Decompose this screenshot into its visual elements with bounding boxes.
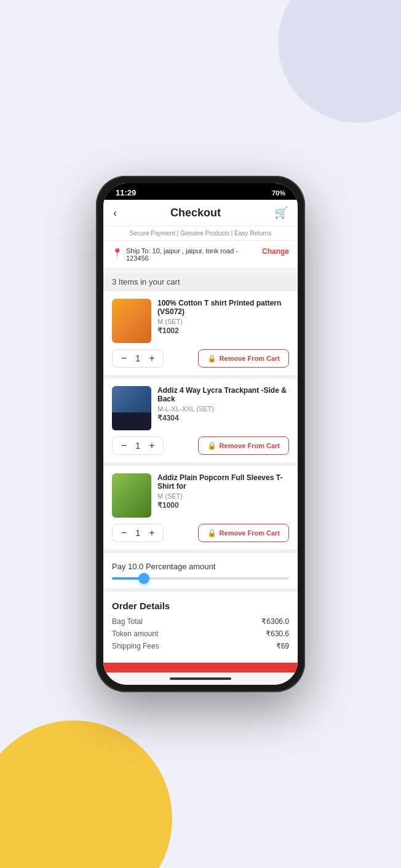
shipping-value: ₹69 bbox=[276, 642, 289, 650]
bag-total-value: ₹6306.0 bbox=[261, 617, 289, 626]
cart-item-1-top: 100% Cotton T shirt Printed pattern (VS0… bbox=[112, 299, 289, 343]
bag-total-row: Bag Total ₹6306.0 bbox=[112, 617, 289, 626]
cart-item-3-variant: M (SET) bbox=[157, 492, 289, 500]
ship-address-container: 📍 Ship To: 10, jaipur , jaipur, tonk roa… bbox=[112, 247, 249, 262]
scroll-area: 100% Cotton T shirt Printed pattern (VS0… bbox=[103, 291, 298, 673]
cart-item-3: Addiz Plain Popcorn Full Sleeves T-Shirt… bbox=[103, 466, 298, 550]
qty-control-2: − 1 + bbox=[112, 436, 164, 455]
secure-banner: Secure Payment | Genuine Products | Easy… bbox=[103, 226, 298, 241]
location-icon: 📍 bbox=[112, 248, 122, 258]
qty-value-2: 1 bbox=[135, 441, 140, 451]
qty-value-3: 1 bbox=[135, 528, 140, 538]
cart-item-3-image bbox=[112, 473, 151, 518]
bag-total-label: Bag Total bbox=[112, 617, 143, 626]
bg-decoration-bottom bbox=[0, 720, 172, 868]
token-row: Token amount ₹630.6 bbox=[112, 629, 289, 638]
cart-item-1-image bbox=[112, 299, 151, 343]
cart-item-1: 100% Cotton T shirt Printed pattern (VS0… bbox=[103, 291, 298, 375]
cart-item-2-variant: M-L-XL-XXL (SET) bbox=[157, 405, 289, 412]
qty-decrease-1[interactable]: − bbox=[121, 353, 127, 363]
top-nav: ‹ Checkout 🛒 bbox=[103, 200, 298, 226]
status-time: 11:29 bbox=[116, 188, 136, 197]
ship-to-section: 📍 Ship To: 10, jaipur , jaipur, tonk roa… bbox=[103, 241, 298, 269]
cart-count: 3 Items in your cart bbox=[103, 272, 298, 291]
cart-item-2: Addiz 4 Way Lycra Trackpant -Side & Back… bbox=[103, 379, 298, 462]
battery-icon: 70% bbox=[272, 189, 285, 197]
cart-item-3-title: Addiz Plain Popcorn Full Sleeves T-Shirt… bbox=[157, 473, 289, 491]
phone-frame: 11:29 70% ‹ Checkout 🛒 Secure Payment | … bbox=[96, 176, 305, 692]
shipping-label: Shipping Fees bbox=[112, 642, 159, 650]
cart-item-3-actions: − 1 + 🔒 Remove From Cart bbox=[112, 524, 289, 542]
ship-address-text: Ship To: 10, jaipur , jaipur, tonk road … bbox=[126, 247, 249, 262]
back-button[interactable]: ‹ bbox=[113, 207, 117, 219]
qty-decrease-2[interactable]: − bbox=[121, 441, 127, 451]
page-title: Checkout bbox=[170, 207, 221, 219]
token-value: ₹630.6 bbox=[266, 629, 289, 638]
cart-item-2-price: ₹4304 bbox=[157, 414, 289, 422]
proceed-to-pay-button[interactable]: Proceed To Pay bbox=[103, 663, 298, 673]
remove-from-cart-1[interactable]: 🔒 Remove From Cart bbox=[198, 349, 289, 368]
cart-item-2-title: Addiz 4 Way Lycra Trackpant -Side & Back bbox=[157, 386, 289, 403]
cart-item-3-top: Addiz Plain Popcorn Full Sleeves T-Shirt… bbox=[112, 473, 289, 518]
remove-label-3: Remove From Cart bbox=[220, 529, 280, 537]
cart-item-1-price: ₹1002 bbox=[157, 326, 289, 335]
status-icons: 70% bbox=[272, 189, 285, 197]
change-address-button[interactable]: Change bbox=[262, 247, 289, 256]
token-label: Token amount bbox=[112, 629, 158, 638]
cart-item-2-top: Addiz 4 Way Lycra Trackpant -Side & Back… bbox=[112, 386, 289, 430]
bg-decoration-top bbox=[278, 0, 401, 123]
qty-decrease-3[interactable]: − bbox=[121, 528, 127, 538]
order-details-title: Order Details bbox=[112, 601, 289, 611]
lock-icon-1: 🔒 bbox=[207, 354, 216, 363]
home-bar bbox=[170, 677, 231, 680]
remove-label-1: Remove From Cart bbox=[220, 355, 280, 362]
cart-item-1-variant: M (SET) bbox=[157, 318, 289, 325]
home-indicator bbox=[103, 673, 298, 685]
slider-track bbox=[112, 577, 289, 580]
cart-item-1-actions: − 1 + 🔒 Remove From Cart bbox=[112, 349, 289, 368]
qty-increase-3[interactable]: + bbox=[149, 528, 154, 538]
remove-from-cart-3[interactable]: 🔒 Remove From Cart bbox=[198, 524, 289, 542]
percentage-slider[interactable] bbox=[112, 577, 289, 580]
qty-increase-2[interactable]: + bbox=[149, 441, 154, 451]
lock-icon-2: 🔒 bbox=[207, 441, 216, 450]
pay-percent-section: Pay 10.0 Percentage amount bbox=[103, 553, 298, 588]
cart-item-3-info: Addiz Plain Popcorn Full Sleeves T-Shirt… bbox=[157, 473, 289, 518]
status-bar: 11:29 70% bbox=[103, 183, 298, 200]
cart-item-1-info: 100% Cotton T shirt Printed pattern (VS0… bbox=[157, 299, 289, 343]
cart-item-3-price: ₹1000 bbox=[157, 501, 289, 510]
order-details-section: Order Details Bag Total ₹6306.0 Token am… bbox=[103, 592, 298, 663]
qty-value-1: 1 bbox=[135, 353, 140, 363]
qty-control-1: − 1 + bbox=[112, 349, 164, 368]
shipping-row: Shipping Fees ₹69 bbox=[112, 642, 289, 650]
remove-from-cart-2[interactable]: 🔒 Remove From Cart bbox=[198, 436, 289, 455]
qty-control-3: − 1 + bbox=[112, 524, 164, 542]
phone-screen: 11:29 70% ‹ Checkout 🛒 Secure Payment | … bbox=[103, 183, 298, 685]
cart-item-2-info: Addiz 4 Way Lycra Trackpant -Side & Back… bbox=[157, 386, 289, 430]
cart-item-2-actions: − 1 + 🔒 Remove From Cart bbox=[112, 436, 289, 455]
cart-item-2-image bbox=[112, 386, 151, 430]
remove-label-2: Remove From Cart bbox=[220, 442, 280, 449]
cart-item-1-title: 100% Cotton T shirt Printed pattern (VS0… bbox=[157, 299, 289, 316]
qty-increase-1[interactable]: + bbox=[149, 353, 154, 363]
slider-thumb[interactable] bbox=[138, 573, 149, 584]
pay-percent-label: Pay 10.0 Percentage amount bbox=[112, 562, 289, 571]
cart-icon-button[interactable]: 🛒 bbox=[274, 206, 288, 219]
lock-icon-3: 🔒 bbox=[207, 529, 216, 537]
